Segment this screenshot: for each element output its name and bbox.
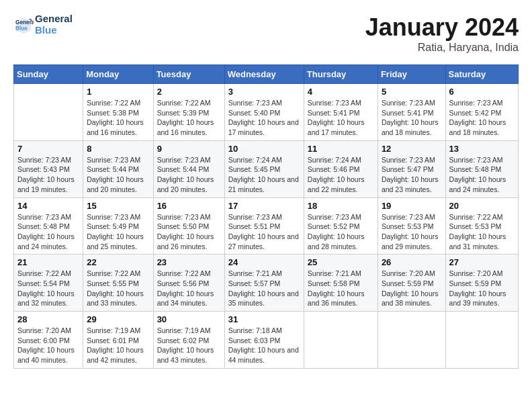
day-info: Sunrise: 7:24 AMSunset: 5:46 PMDaylight:… — [308, 155, 374, 195]
title-block: January 2024 Ratia, Haryana, India — [365, 13, 519, 54]
day-number: 16 — [157, 201, 221, 211]
day-info: Sunrise: 7:20 AMSunset: 5:59 PMDaylight:… — [382, 269, 442, 308]
table-row: 24 Sunrise: 7:21 AMSunset: 5:57 PMDaylig… — [224, 255, 304, 312]
table-row: 29 Sunrise: 7:19 AMSunset: 6:01 PMDaylig… — [83, 312, 153, 369]
day-number: 29 — [87, 314, 149, 324]
day-number: 8 — [87, 144, 149, 154]
day-info: Sunrise: 7:22 AMSunset: 5:53 PMDaylight:… — [449, 212, 515, 252]
table-row — [14, 84, 83, 141]
day-info: Sunrise: 7:23 AMSunset: 5:52 PMDaylight:… — [308, 212, 374, 252]
day-number: 20 — [449, 201, 515, 211]
day-info: Sunrise: 7:22 AMSunset: 5:55 PMDaylight:… — [87, 269, 149, 308]
calendar-header-row: Sunday Monday Tuesday Wednesday Thursday… — [14, 65, 519, 84]
table-row: 18 Sunrise: 7:23 AMSunset: 5:52 PMDaylig… — [304, 197, 378, 255]
calendar-table: Sunday Monday Tuesday Wednesday Thursday… — [13, 64, 519, 369]
table-row: 3 Sunrise: 7:23 AMSunset: 5:40 PMDayligh… — [224, 84, 304, 141]
day-info: Sunrise: 7:21 AMSunset: 5:57 PMDaylight:… — [228, 269, 300, 308]
day-number: 28 — [17, 314, 79, 324]
day-number: 27 — [449, 257, 515, 267]
day-info: Sunrise: 7:23 AMSunset: 5:48 PMDaylight:… — [17, 212, 79, 252]
day-info: Sunrise: 7:23 AMSunset: 5:44 PMDaylight:… — [157, 155, 221, 195]
day-number: 31 — [228, 314, 300, 324]
col-sunday: Sunday — [14, 65, 83, 84]
table-row: 5 Sunrise: 7:23 AMSunset: 5:41 PMDayligh… — [378, 84, 445, 141]
col-monday: Monday — [83, 65, 153, 84]
day-number: 12 — [382, 144, 442, 154]
location-subtitle: Ratia, Haryana, India — [365, 42, 519, 54]
day-number: 21 — [17, 257, 79, 267]
day-info: Sunrise: 7:18 AMSunset: 6:03 PMDaylight:… — [228, 326, 300, 365]
col-friday: Friday — [378, 65, 445, 84]
day-info: Sunrise: 7:23 AMSunset: 5:53 PMDaylight:… — [382, 212, 442, 252]
logo: General Blue General Blue — [13, 13, 73, 36]
table-row: 2 Sunrise: 7:22 AMSunset: 5:39 PMDayligh… — [153, 84, 224, 141]
day-number: 30 — [157, 314, 221, 324]
table-row: 22 Sunrise: 7:22 AMSunset: 5:55 PMDaylig… — [83, 255, 153, 312]
day-info: Sunrise: 7:23 AMSunset: 5:48 PMDaylight:… — [449, 155, 515, 195]
day-number: 25 — [308, 257, 374, 267]
logo-text-blue: Blue — [35, 25, 73, 36]
day-info: Sunrise: 7:20 AMSunset: 6:00 PMDaylight:… — [17, 326, 79, 365]
day-info: Sunrise: 7:19 AMSunset: 6:02 PMDaylight:… — [157, 326, 221, 365]
day-info: Sunrise: 7:23 AMSunset: 5:47 PMDaylight:… — [382, 155, 442, 195]
table-row — [378, 312, 445, 369]
day-number: 10 — [228, 144, 300, 154]
table-row: 30 Sunrise: 7:19 AMSunset: 6:02 PMDaylig… — [153, 312, 224, 369]
table-row: 26 Sunrise: 7:20 AMSunset: 5:59 PMDaylig… — [378, 255, 445, 312]
table-row: 14 Sunrise: 7:23 AMSunset: 5:48 PMDaylig… — [14, 197, 83, 255]
day-number: 15 — [87, 201, 149, 211]
day-number: 1 — [87, 87, 149, 97]
day-number: 23 — [157, 257, 221, 267]
day-info: Sunrise: 7:22 AMSunset: 5:39 PMDaylight:… — [157, 98, 221, 138]
svg-text:Blue: Blue — [15, 25, 28, 31]
table-row: 11 Sunrise: 7:24 AMSunset: 5:46 PMDaylig… — [304, 140, 378, 197]
day-info: Sunrise: 7:23 AMSunset: 5:51 PMDaylight:… — [228, 212, 300, 252]
day-info: Sunrise: 7:22 AMSunset: 5:38 PMDaylight:… — [87, 98, 149, 138]
table-row: 8 Sunrise: 7:23 AMSunset: 5:44 PMDayligh… — [83, 140, 153, 197]
day-number: 18 — [308, 201, 374, 211]
day-info: Sunrise: 7:23 AMSunset: 5:44 PMDaylight:… — [87, 155, 149, 195]
table-row: 1 Sunrise: 7:22 AMSunset: 5:38 PMDayligh… — [83, 84, 153, 141]
day-number: 14 — [17, 201, 79, 211]
day-number: 2 — [157, 87, 221, 97]
day-number: 11 — [308, 144, 374, 154]
col-wednesday: Wednesday — [224, 65, 304, 84]
col-tuesday: Tuesday — [153, 65, 224, 84]
day-info: Sunrise: 7:23 AMSunset: 5:42 PMDaylight:… — [449, 98, 515, 138]
table-row: 7 Sunrise: 7:23 AMSunset: 5:43 PMDayligh… — [14, 140, 83, 197]
day-info: Sunrise: 7:24 AMSunset: 5:45 PMDaylight:… — [228, 155, 300, 195]
table-row: 19 Sunrise: 7:23 AMSunset: 5:53 PMDaylig… — [378, 197, 445, 255]
day-info: Sunrise: 7:23 AMSunset: 5:49 PMDaylight:… — [87, 212, 149, 252]
day-number: 7 — [17, 144, 79, 154]
table-row: 16 Sunrise: 7:23 AMSunset: 5:50 PMDaylig… — [153, 197, 224, 255]
col-thursday: Thursday — [304, 65, 378, 84]
table-row: 23 Sunrise: 7:22 AMSunset: 5:56 PMDaylig… — [153, 255, 224, 312]
table-row: 12 Sunrise: 7:23 AMSunset: 5:47 PMDaylig… — [378, 140, 445, 197]
day-number: 13 — [449, 144, 515, 154]
table-row: 9 Sunrise: 7:23 AMSunset: 5:44 PMDayligh… — [153, 140, 224, 197]
day-info: Sunrise: 7:23 AMSunset: 5:43 PMDaylight:… — [17, 155, 79, 195]
logo-text-general: General — [35, 13, 73, 25]
day-number: 4 — [308, 87, 374, 97]
day-number: 19 — [382, 201, 442, 211]
page-header: General Blue General Blue January 2024 R… — [13, 13, 519, 54]
table-row: 25 Sunrise: 7:21 AMSunset: 5:58 PMDaylig… — [304, 255, 378, 312]
table-row: 28 Sunrise: 7:20 AMSunset: 6:00 PMDaylig… — [14, 312, 83, 369]
day-number: 9 — [157, 144, 221, 154]
logo-icon: General Blue — [13, 15, 34, 35]
day-info: Sunrise: 7:23 AMSunset: 5:41 PMDaylight:… — [308, 98, 374, 138]
day-info: Sunrise: 7:23 AMSunset: 5:50 PMDaylight:… — [157, 212, 221, 252]
day-number: 26 — [382, 257, 442, 267]
table-row — [445, 312, 518, 369]
table-row: 6 Sunrise: 7:23 AMSunset: 5:42 PMDayligh… — [445, 84, 518, 141]
month-title: January 2024 — [365, 13, 519, 42]
day-info: Sunrise: 7:19 AMSunset: 6:01 PMDaylight:… — [87, 326, 149, 365]
day-number: 3 — [228, 87, 300, 97]
table-row: 15 Sunrise: 7:23 AMSunset: 5:49 PMDaylig… — [83, 197, 153, 255]
table-row: 17 Sunrise: 7:23 AMSunset: 5:51 PMDaylig… — [224, 197, 304, 255]
table-row: 10 Sunrise: 7:24 AMSunset: 5:45 PMDaylig… — [224, 140, 304, 197]
day-number: 22 — [87, 257, 149, 267]
day-number: 5 — [382, 87, 442, 97]
day-number: 17 — [228, 201, 300, 211]
table-row: 21 Sunrise: 7:22 AMSunset: 5:54 PMDaylig… — [14, 255, 83, 312]
